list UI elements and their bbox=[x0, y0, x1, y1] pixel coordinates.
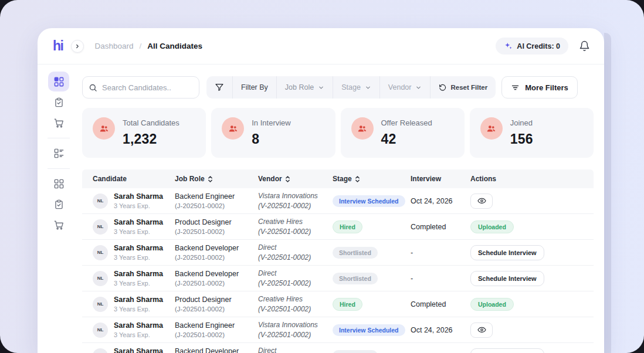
table-column-header[interactable]: Actions bbox=[470, 175, 594, 183]
column-label: Vendor bbox=[258, 175, 282, 183]
job-role-code: (J-202501-0002) bbox=[175, 254, 258, 261]
column-label: Candidate bbox=[93, 175, 127, 183]
job-role-cell: Product Designer (J-202501-0002) bbox=[175, 296, 258, 313]
job-role-code: (J-202501-0002) bbox=[175, 202, 258, 209]
ai-credits-label: AI Credits: 0 bbox=[517, 42, 560, 50]
table-column-header[interactable]: Candidate bbox=[93, 175, 175, 183]
candidate-cell: NL Sarah Sharma 3 Years Exp. bbox=[93, 270, 175, 287]
app-window: hi Dashboard / All Candidates AI Credits… bbox=[38, 28, 604, 353]
job-role-title: Backend Developer bbox=[175, 244, 258, 252]
table-row[interactable]: NL Sarah Sharma 3 Years Exp. Product Des… bbox=[82, 214, 594, 240]
search-input[interactable] bbox=[102, 83, 193, 92]
avatar: NL bbox=[93, 245, 108, 260]
reset-filter-button[interactable]: Reset Filter bbox=[430, 76, 496, 99]
top-bar: hi Dashboard / All Candidates AI Credits… bbox=[38, 28, 604, 65]
table-row[interactable]: NL Sarah Sharma 3 Years Exp. Backend Eng… bbox=[82, 317, 594, 343]
chevron-down-icon bbox=[415, 84, 422, 91]
stat-card: In Interview 8 bbox=[211, 108, 335, 158]
avatar: NL bbox=[93, 219, 108, 235]
vendor-dropdown[interactable]: Vendor bbox=[379, 76, 431, 99]
breadcrumb-dashboard[interactable]: Dashboard bbox=[94, 42, 133, 50]
more-filters-button[interactable]: More Filters bbox=[501, 76, 578, 99]
candidate-experience: 3 Years Exp. bbox=[114, 202, 163, 209]
breadcrumb-all-candidates: All Candidates bbox=[147, 42, 202, 50]
avatar: NL bbox=[93, 348, 108, 353]
search-box[interactable] bbox=[82, 76, 199, 99]
sort-icon[interactable] bbox=[208, 175, 213, 183]
table-column-header[interactable]: Stage bbox=[333, 175, 411, 183]
stage-dropdown[interactable]: Stage bbox=[333, 76, 379, 99]
vendor-name: Creative Hires bbox=[258, 295, 333, 303]
stage-cell: Interview Scheduled bbox=[333, 195, 411, 207]
interview-cell: - bbox=[411, 249, 470, 257]
candidates-table: Candidate Job Role Vendor bbox=[82, 169, 594, 353]
sidebar-item-reports[interactable] bbox=[48, 194, 69, 214]
eye-icon bbox=[477, 325, 486, 334]
job-role-title: Backend Engineer bbox=[175, 321, 258, 330]
stat-label: Joined bbox=[510, 117, 533, 127]
table-row[interactable]: NL Sarah Sharma 3 Years Exp. Backend Dev… bbox=[82, 266, 594, 291]
chevron-down-icon bbox=[365, 84, 371, 91]
ai-credits-badge[interactable]: AI Credits: 0 bbox=[496, 38, 568, 55]
table-row[interactable]: NL Sarah Sharma 3 Years Exp. Backend Dev… bbox=[82, 343, 594, 353]
job-role-cell: Backend Developer (J-202501-0002) bbox=[175, 244, 258, 261]
table-row[interactable]: NL Sarah Sharma 3 Years Exp. Backend Eng… bbox=[82, 188, 594, 214]
stage-cell: Shortlisted bbox=[333, 273, 411, 284]
candidate-experience: 3 Years Exp. bbox=[114, 228, 163, 235]
table-column-header[interactable]: Job Role bbox=[175, 175, 258, 183]
sidebar-item-list[interactable] bbox=[48, 143, 69, 163]
dashboard-grid-icon bbox=[53, 76, 65, 87]
funnel-filter-button[interactable] bbox=[206, 76, 232, 99]
vendor-dropdown-label: Vendor bbox=[388, 83, 412, 91]
sort-icon[interactable] bbox=[285, 175, 290, 183]
sidebar-item-tasks[interactable] bbox=[48, 92, 69, 112]
sidebar-item-procurement[interactable] bbox=[48, 215, 69, 235]
stage-cell: Hired bbox=[333, 220, 411, 233]
job-role-code: (J-202501-0002) bbox=[175, 280, 258, 287]
sidebar-toggle-button[interactable] bbox=[71, 40, 84, 53]
filter-bar: Filter By Job Role Stage Ve bbox=[82, 76, 594, 99]
sidebar-divider bbox=[48, 168, 70, 169]
stage-badge: Shortlisted bbox=[333, 247, 378, 259]
candidate-name: Sarah Sharma bbox=[114, 244, 163, 252]
avatar: NL bbox=[93, 271, 108, 286]
table-column-header[interactable]: Interview bbox=[411, 175, 470, 183]
schedule-interview-button[interactable]: Schedule Interview bbox=[470, 245, 544, 260]
candidates-stat-icon bbox=[480, 117, 503, 140]
view-candidate-button[interactable] bbox=[470, 323, 493, 338]
uploaded-badge: Uploaded bbox=[470, 298, 514, 311]
stacked-panel-edge bbox=[604, 33, 611, 353]
candidate-name: Sarah Sharma bbox=[114, 218, 163, 226]
schedule-interview-button[interactable]: Schedule Interview bbox=[470, 348, 544, 353]
eye-icon bbox=[477, 196, 486, 205]
sidebar-item-apps[interactable] bbox=[48, 174, 69, 194]
schedule-interview-button[interactable]: Schedule Interview bbox=[470, 271, 544, 286]
sidebar bbox=[38, 65, 80, 353]
table-row[interactable]: NL Sarah Sharma 3 Years Exp. Backend Dev… bbox=[82, 240, 594, 266]
clipboard-check-icon bbox=[53, 199, 65, 210]
candidate-experience: 3 Years Exp. bbox=[114, 306, 163, 313]
job-role-code: (J-202501-0002) bbox=[175, 306, 258, 313]
notifications-button[interactable] bbox=[579, 40, 590, 52]
candidate-cell: NL Sarah Sharma 3 Years Exp. bbox=[93, 244, 175, 261]
vendor-cell: Creative Hires (V-202501-0002) bbox=[258, 218, 333, 236]
stage-cell: Hired bbox=[333, 298, 411, 311]
chevron-right-icon bbox=[74, 43, 80, 49]
chevron-down-icon bbox=[318, 84, 324, 91]
sidebar-item-dashboard[interactable] bbox=[48, 72, 69, 91]
vendor-name: Direct bbox=[258, 269, 333, 277]
candidates-stat-icon bbox=[351, 117, 374, 140]
stats-row: Total Candidates 1,232 In Interview 8 bbox=[82, 108, 594, 158]
vendor-cell: Direct (V-202501-0002) bbox=[258, 347, 333, 353]
vendor-code: (V-202501-0002) bbox=[258, 228, 333, 236]
reset-filter-label: Reset Filter bbox=[450, 84, 487, 91]
sidebar-item-orders[interactable] bbox=[48, 113, 69, 133]
candidate-name: Sarah Sharma bbox=[114, 347, 163, 353]
view-candidate-button[interactable] bbox=[470, 194, 493, 209]
stat-value: 8 bbox=[252, 131, 290, 147]
table-column-header[interactable]: Vendor bbox=[258, 175, 333, 183]
table-row[interactable]: NL Sarah Sharma 3 Years Exp. Product Des… bbox=[82, 291, 594, 317]
filter-group: Filter By Job Role Stage Ve bbox=[206, 76, 496, 99]
job-role-dropdown[interactable]: Job Role bbox=[276, 76, 333, 99]
sort-icon[interactable] bbox=[355, 175, 360, 183]
